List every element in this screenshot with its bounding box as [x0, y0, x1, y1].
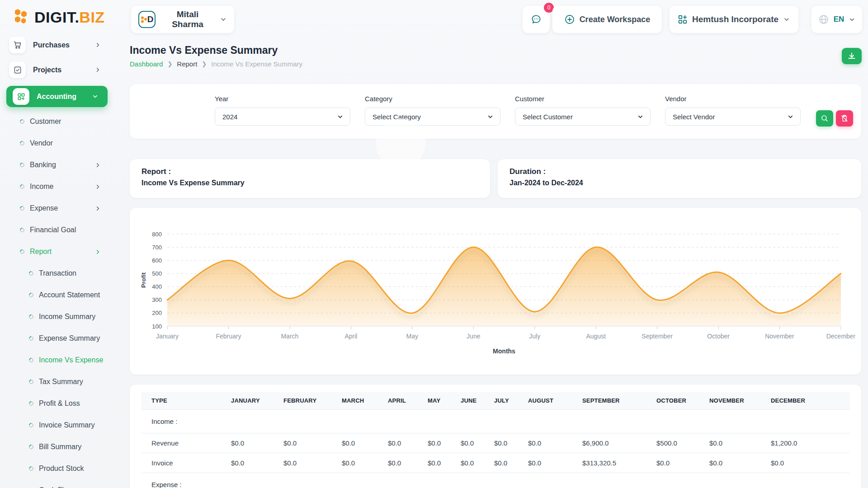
bullet-icon [28, 379, 34, 385]
y-axis-tick-label: 800 [152, 231, 162, 238]
sidebar-item-label: Projects [33, 66, 61, 74]
column-header-june: JUNE [461, 392, 494, 409]
y-axis-tick-label: 600 [152, 257, 162, 264]
bullet-icon [28, 292, 34, 298]
chevron-down-icon [487, 113, 494, 120]
create-workspace-button[interactable]: Create Workspace [552, 6, 662, 33]
avatar-hex-icon [141, 16, 147, 23]
chat-bubble-icon [530, 14, 542, 25]
sidebar-item-income-vs-expense[interactable]: Income Vs Expense [0, 349, 117, 371]
cell-value: $0.0 [709, 453, 771, 473]
chevron-right-icon [94, 66, 101, 73]
chevron-right-icon [94, 249, 101, 255]
sidebar-item-purchases[interactable]: Purchases [0, 33, 117, 57]
chevron-down-icon [92, 93, 99, 100]
download-report-button[interactable] [842, 48, 862, 64]
vendor-select[interactable]: Select Vendor [665, 108, 801, 126]
breadcrumb-current: Income Vs Expense Summary [211, 60, 302, 68]
profit-area-chart: 100200300400500600700800JanuaryFebruaryM… [130, 208, 861, 375]
column-header-september: SEPTEMBER [582, 392, 656, 409]
sidebar-item-account-statement[interactable]: Account Statement [0, 284, 117, 306]
workspace-switcher[interactable]: Hemtush Incorporate [670, 6, 798, 33]
sidebar-item-financial-goal[interactable]: Financial Goal [0, 219, 117, 241]
sidebar-item-product-stock[interactable]: Product Stock [0, 458, 117, 479]
filter-reset-button[interactable] [836, 110, 853, 127]
cell-value: $0.0 [283, 433, 342, 453]
sidebar-item-accounting[interactable]: Accounting [0, 84, 117, 109]
sidebar-item-expense-summary[interactable]: Expense Summary [0, 328, 117, 349]
breadcrumb-dashboard[interactable]: Dashboard [130, 60, 163, 68]
language-selector[interactable]: EN [811, 6, 862, 33]
bullet-icon [19, 205, 25, 211]
sidebar-item-invoice-summary[interactable]: Invoice Summary [0, 414, 117, 436]
duration-summary-card: Duration : Jan-2024 to Dec-2024 [498, 159, 861, 198]
category-select[interactable]: Select Category [365, 108, 500, 126]
cell-value: $0.0 [528, 453, 582, 473]
column-header-august: AUGUST [528, 392, 582, 409]
sidebar-item-income[interactable]: Income [0, 176, 117, 197]
column-header-july: JULY [494, 392, 528, 409]
bullet-icon [19, 118, 25, 125]
sidebar-item-transaction[interactable]: Transaction [0, 263, 117, 284]
sidebar-item-banking[interactable]: Banking [0, 154, 117, 176]
sidebar-item-cash-flow[interactable]: Cash Flow [0, 479, 117, 488]
row-type-label: Invoice [141, 453, 231, 473]
language-code: EN [834, 15, 844, 24]
sidebar-item-profit-loss[interactable]: Profit & Loss [0, 393, 117, 414]
cell-value: $0.0 [342, 453, 388, 473]
breadcrumb-separator-icon: ❯ [167, 61, 172, 67]
column-header-november: NOVEMBER [709, 392, 771, 409]
category-filter: Category Select Category [365, 95, 500, 126]
duration-label: Duration : [509, 167, 849, 176]
x-axis-month-label: April [344, 333, 357, 340]
sidebar-item-label: Report [30, 248, 52, 256]
sidebar-nav: PurchasesProjectsAccountingCustomerVendo… [0, 33, 117, 488]
sidebar-item-tax-summary[interactable]: Tax Summary [0, 371, 117, 393]
sidebar-item-label: Customer [30, 117, 61, 126]
column-header-type: TYPE [141, 392, 231, 409]
sidebar-item-expense[interactable]: Expense [0, 197, 117, 219]
user-menu[interactable]: D Mitali Sharma [131, 6, 234, 33]
customer-select[interactable]: Select Customer [515, 108, 651, 126]
y-axis-tick-label: 400 [152, 283, 162, 290]
table-header-row: TYPEJANUARYFEBRUARYMARCHAPRILMAYJUNEJULY… [141, 392, 850, 409]
bullet-icon [19, 227, 25, 233]
bullet-icon [28, 465, 34, 472]
vendor-filter: Vendor Select Vendor [665, 95, 801, 126]
bullet-icon [28, 335, 34, 342]
report-label: Report : [142, 167, 478, 176]
sidebar-item-customer[interactable]: Customer [0, 111, 117, 132]
chat-button[interactable]: 0 [523, 6, 550, 33]
cell-value: $0.0 [428, 453, 461, 473]
checkbox-icon [9, 61, 26, 78]
bullet-icon [28, 444, 34, 450]
sidebar-item-income-summary[interactable]: Income Summary [0, 306, 117, 328]
sidebar-item-label: Expense [30, 204, 58, 212]
filter-card: Year 2024 Category Select Category Custo… [130, 84, 861, 139]
table-section-row: Expense : [141, 473, 850, 488]
year-label: Year [215, 95, 350, 103]
bullet-icon [19, 183, 25, 190]
bullet-icon [28, 270, 34, 277]
year-select[interactable]: 2024 [215, 108, 350, 126]
workspace-grid-icon [678, 14, 688, 24]
clear-filter-icon [840, 114, 849, 122]
y-axis-title: Profit [140, 272, 147, 288]
cell-value: $0.0 [461, 453, 494, 473]
breadcrumb-report[interactable]: Report [177, 60, 197, 68]
breadcrumb: Dashboard ❯ Report ❯ Income Vs Expense S… [130, 60, 302, 68]
sidebar-item-projects[interactable]: Projects [0, 57, 117, 82]
sidebar-item-bill-summary[interactable]: Bill Summary [0, 436, 117, 458]
filter-search-button[interactable] [816, 110, 833, 127]
column-header-may: MAY [428, 392, 461, 409]
app-logo[interactable]: DIGIT.BIZ [12, 8, 105, 26]
create-workspace-label: Create Workspace [580, 15, 651, 24]
income-expense-table-card: TYPEJANUARYFEBRUARYMARCHAPRILMAYJUNEJULY… [130, 385, 861, 488]
cell-value: $313,320.5 [582, 453, 656, 473]
chevron-down-icon [849, 16, 855, 23]
x-axis-month-label: March [281, 333, 298, 340]
sidebar-item-report[interactable]: Report [0, 241, 117, 263]
cell-value: $0.0 [231, 433, 283, 453]
sidebar-item-label: Account Statement [39, 291, 100, 299]
sidebar-item-vendor[interactable]: Vendor [0, 132, 117, 154]
